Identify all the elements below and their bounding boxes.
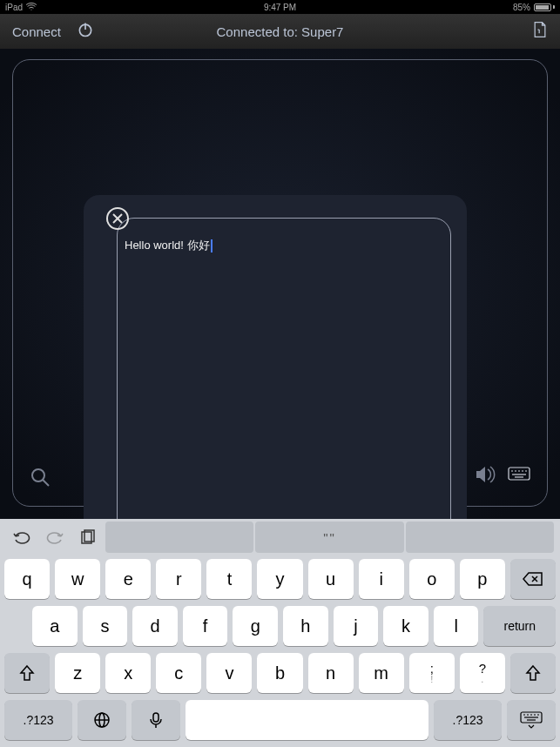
key-x[interactable]: x — [105, 653, 151, 693]
search-icon[interactable] — [30, 467, 51, 488]
hide-keyboard-key[interactable] — [507, 700, 556, 740]
key-t[interactable]: t — [206, 559, 252, 599]
key-h[interactable]: h — [283, 606, 328, 646]
key-b[interactable]: b — [257, 653, 302, 693]
battery-icon — [534, 3, 555, 11]
key-s[interactable]: s — [83, 606, 128, 646]
dictation-key[interactable] — [132, 700, 180, 740]
power-icon[interactable] — [77, 21, 94, 42]
redo-icon[interactable] — [38, 519, 71, 555]
shift-key-left[interactable] — [4, 653, 50, 693]
numbers-key-right[interactable]: .?123 — [434, 700, 502, 740]
close-icon[interactable] — [105, 206, 130, 231]
main-area: Hello world! 你好 — [0, 49, 560, 519]
status-bar: iPad 9:47 PM 85% — [0, 0, 560, 14]
key-p[interactable]: p — [460, 559, 505, 599]
key-y[interactable]: y — [257, 559, 302, 599]
text-panel-frame[interactable]: Hello world! 你好 — [117, 218, 451, 545]
return-key[interactable]: return — [483, 606, 556, 646]
key-semicolon[interactable]: ;! — [409, 653, 455, 693]
connect-button[interactable]: Connect — [12, 24, 61, 39]
key-i[interactable]: i — [359, 559, 404, 599]
svg-line-3 — [43, 480, 49, 486]
nav-bar: Connect Connected to: Super7 — [0, 14, 560, 49]
clipboard-icon[interactable] — [71, 519, 105, 555]
backspace-key[interactable] — [510, 559, 556, 599]
svg-point-2 — [32, 469, 44, 481]
key-l[interactable]: l — [434, 606, 479, 646]
key-q[interactable]: q — [4, 559, 50, 599]
keyboard-icon[interactable] — [508, 467, 530, 488]
document-icon[interactable] — [532, 21, 548, 42]
key-j[interactable]: j — [334, 606, 379, 646]
text-cursor — [211, 239, 213, 252]
key-row-3: z x c v b n m ;! ?. — [0, 649, 560, 697]
globe-key[interactable] — [78, 700, 126, 740]
keyboard: "" q w e r t y u i o p a s d f g h j k l… — [0, 519, 560, 747]
text-input-area[interactable]: Hello world! 你好 — [125, 238, 213, 253]
key-e[interactable]: e — [105, 559, 151, 599]
key-w[interactable]: w — [55, 559, 100, 599]
suggestion-1[interactable] — [105, 522, 253, 553]
key-row-4: .?123 .?123 — [0, 697, 560, 744]
suggestion-3[interactable] — [406, 522, 554, 553]
svg-rect-4 — [509, 468, 530, 480]
key-k[interactable]: k — [383, 606, 428, 646]
undo-icon[interactable] — [5, 519, 38, 555]
text-content: Hello world! 你好 — [125, 238, 210, 253]
key-question[interactable]: ?. — [460, 653, 505, 693]
key-v[interactable]: v — [206, 653, 252, 693]
key-a[interactable]: a — [32, 606, 78, 646]
numbers-key-left[interactable]: .?123 — [4, 700, 72, 740]
shift-key-right[interactable] — [510, 653, 556, 693]
battery-percent: 85% — [513, 3, 530, 12]
key-d[interactable]: d — [132, 606, 178, 646]
status-time: 9:47 PM — [264, 3, 296, 12]
text-panel: Hello world! 你好 — [84, 195, 467, 555]
key-o[interactable]: o — [409, 559, 455, 599]
key-u[interactable]: u — [308, 559, 354, 599]
key-c[interactable]: c — [156, 653, 201, 693]
key-f[interactable]: f — [183, 606, 228, 646]
connection-title: Connected to: Super7 — [217, 24, 344, 39]
key-row-2: a s d f g h j k l return — [0, 602, 560, 649]
key-m[interactable]: m — [359, 653, 404, 693]
svg-rect-24 — [153, 713, 159, 722]
speaker-icon[interactable] — [475, 465, 496, 488]
key-g[interactable]: g — [233, 606, 278, 646]
key-r[interactable]: r — [156, 559, 201, 599]
wifi-icon — [26, 3, 37, 12]
key-row-1: q w e r t y u i o p — [0, 555, 560, 602]
key-n[interactable]: n — [308, 653, 354, 693]
space-key[interactable] — [186, 700, 428, 740]
device-label: iPad — [5, 3, 23, 12]
key-z[interactable]: z — [55, 653, 100, 693]
suggestion-bar: "" — [0, 519, 560, 555]
suggestion-2[interactable]: "" — [255, 522, 403, 553]
